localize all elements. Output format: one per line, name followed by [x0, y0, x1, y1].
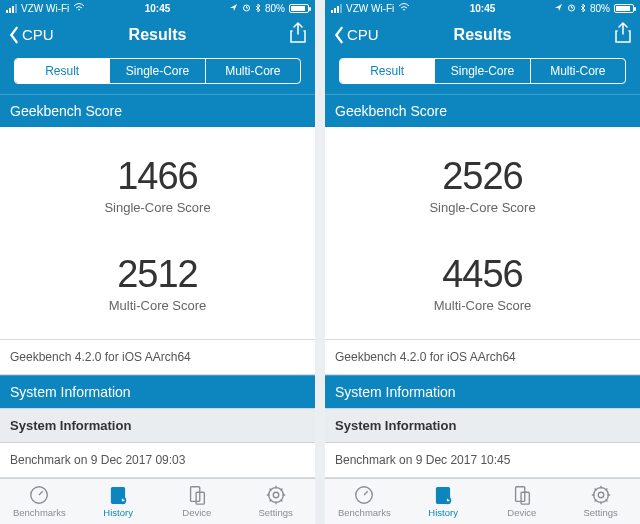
multi-core-block: 4456 Multi-Core Score — [325, 235, 640, 333]
tab-benchmarks[interactable]: Benchmarks — [0, 479, 79, 524]
status-time: 10:45 — [325, 3, 640, 14]
status-time: 10:45 — [0, 3, 315, 14]
tab-settings[interactable]: Settings — [561, 479, 640, 524]
device-icon — [186, 484, 208, 506]
page-title: Results — [325, 26, 640, 44]
tab-bar: Benchmarks History Device Settings — [325, 478, 640, 524]
tab-history[interactable]: History — [404, 479, 483, 524]
page-title: Results — [0, 26, 315, 44]
scores-panel: 1466 Single-Core Score 2512 Multi-Core S… — [0, 127, 315, 340]
single-core-value: 2526 — [325, 155, 640, 198]
ios-status-bar: VZW Wi-Fi 10:45 80% — [325, 0, 640, 17]
system-info-subheader: System Information — [325, 408, 640, 443]
segmented-control: Result Single-Core Multi-Core — [325, 52, 640, 94]
history-icon — [432, 484, 454, 506]
tab-history[interactable]: History — [79, 479, 158, 524]
single-core-block: 2526 Single-Core Score — [325, 137, 640, 235]
segment-multi-core[interactable]: Multi-Core — [531, 59, 625, 83]
battery-icon — [614, 4, 634, 13]
tab-bar: Benchmarks History Device Settings — [0, 478, 315, 524]
tab-device[interactable]: Device — [483, 479, 562, 524]
phone-left: VZW Wi-Fi 10:45 80% CPU Results Result S… — [0, 0, 315, 524]
system-info-header: System Information — [325, 375, 640, 408]
segment-multi-core[interactable]: Multi-Core — [206, 59, 300, 83]
tab-device[interactable]: Device — [158, 479, 237, 524]
segment-result[interactable]: Result — [340, 59, 435, 83]
history-icon — [107, 484, 129, 506]
single-core-value: 1466 — [0, 155, 315, 198]
gear-icon — [590, 484, 612, 506]
multi-core-label: Multi-Core Score — [325, 298, 640, 313]
single-core-label: Single-Core Score — [325, 200, 640, 215]
single-core-label: Single-Core Score — [0, 200, 315, 215]
device-icon — [511, 484, 533, 506]
nav-bar: CPU Results — [325, 17, 640, 52]
multi-core-label: Multi-Core Score — [0, 298, 315, 313]
svg-rect-12 — [515, 487, 524, 502]
score-section-header: Geekbench Score — [0, 94, 315, 127]
single-core-block: 1466 Single-Core Score — [0, 137, 315, 235]
ios-status-bar: VZW Wi-Fi 10:45 80% — [0, 0, 315, 17]
svg-point-15 — [598, 493, 604, 499]
version-row: Geekbench 4.2.0 for iOS AArch64 — [325, 340, 640, 375]
segmented-control: Result Single-Core Multi-Core — [0, 52, 315, 94]
segment-result[interactable]: Result — [15, 59, 110, 83]
multi-core-value: 2512 — [0, 253, 315, 296]
system-info-header: System Information — [0, 375, 315, 408]
phone-right: VZW Wi-Fi 10:45 80% CPU Results Result S… — [325, 0, 640, 524]
gear-icon — [265, 484, 287, 506]
battery-icon — [289, 4, 309, 13]
benchmark-time-row: Benchmark on 9 Dec 2017 10:45 — [325, 443, 640, 478]
tab-settings[interactable]: Settings — [236, 479, 315, 524]
benchmark-time-row: Benchmark on 9 Dec 2017 09:03 — [0, 443, 315, 478]
scores-panel: 2526 Single-Core Score 4456 Multi-Core S… — [325, 127, 640, 340]
gauge-icon — [28, 484, 50, 506]
segment-single-core[interactable]: Single-Core — [435, 59, 530, 83]
svg-rect-4 — [190, 487, 199, 502]
version-row: Geekbench 4.2.0 for iOS AArch64 — [0, 340, 315, 375]
gauge-icon — [353, 484, 375, 506]
system-info-subheader: System Information — [0, 408, 315, 443]
segment-single-core[interactable]: Single-Core — [110, 59, 205, 83]
multi-core-value: 4456 — [325, 253, 640, 296]
score-section-header: Geekbench Score — [325, 94, 640, 127]
multi-core-block: 2512 Multi-Core Score — [0, 235, 315, 333]
svg-point-7 — [273, 493, 279, 499]
nav-bar: CPU Results — [0, 17, 315, 52]
tab-benchmarks[interactable]: Benchmarks — [325, 479, 404, 524]
